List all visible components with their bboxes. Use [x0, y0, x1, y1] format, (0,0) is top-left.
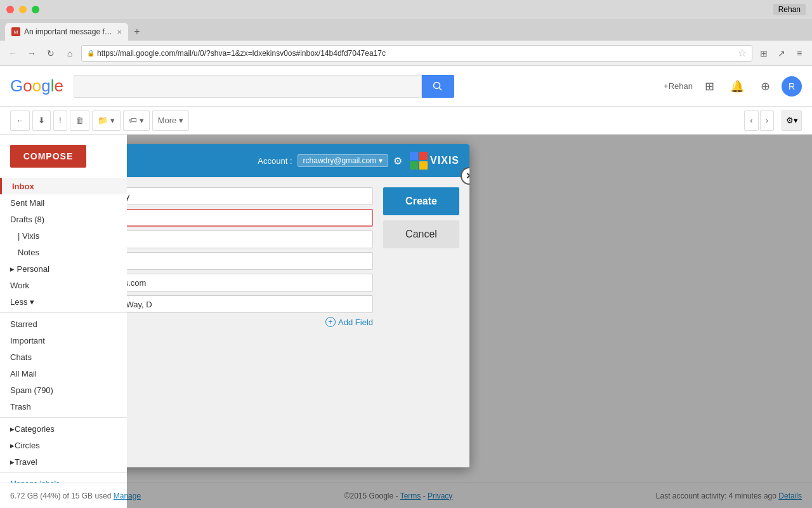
- close-traffic-light[interactable]: [6, 6, 14, 13]
- avatar[interactable]: R: [782, 76, 802, 97]
- apps-icon[interactable]: ⊞: [698, 75, 721, 98]
- toolbar-label-btn[interactable]: 🏷 ▾: [123, 110, 150, 131]
- svg-point-0: [434, 82, 440, 88]
- create-button[interactable]: Create: [383, 187, 459, 215]
- extension-icon-1[interactable]: ⊞: [756, 46, 771, 61]
- spam-label: Spam (790): [10, 385, 53, 395]
- sidebar-item-less[interactable]: Less ▾: [0, 293, 127, 310]
- vixis-logo: VIXIS: [410, 152, 459, 170]
- next-email-btn[interactable]: ›: [760, 110, 774, 131]
- search-button[interactable]: [422, 75, 454, 98]
- add-account-icon[interactable]: ⊕: [754, 75, 776, 98]
- sidebar-item-categories[interactable]: ▸ Categories: [0, 420, 127, 437]
- settings-menu-icon[interactable]: ≡: [792, 46, 807, 61]
- compose-button[interactable]: COMPOSE: [10, 145, 86, 168]
- toolbar-archive-btn[interactable]: ⬇: [32, 110, 51, 131]
- sidebar-divider-3: [0, 472, 127, 473]
- field-value-title[interactable]: [127, 209, 373, 227]
- modal-settings-icon[interactable]: ⚙: [393, 155, 402, 167]
- search-bar: [74, 75, 454, 98]
- sidebar-item-spam[interactable]: Spam (790): [0, 382, 127, 398]
- add-field-circle-icon: +: [325, 317, 336, 327]
- sidebar-item-personal[interactable]: ▸ Personal: [0, 260, 127, 277]
- new-tab-button[interactable]: +: [128, 23, 146, 41]
- account-email-select[interactable]: rchawdry@gmail.com ▾: [298, 154, 389, 167]
- add-field-row: + Add Field: [127, 317, 373, 327]
- sidebar-item-sent[interactable]: Sent Mail: [0, 194, 127, 211]
- browser-chrome: Rehan M An important message fro... ✕ + …: [0, 0, 812, 66]
- search-input[interactable]: [74, 75, 422, 98]
- sidebar-item-vixis[interactable]: | Vixis: [0, 227, 127, 244]
- field-row-address: ✕: [127, 295, 373, 313]
- toolbar-folder-btn[interactable]: 📁 ▾: [92, 110, 121, 131]
- vixis-sq-yellow: [419, 161, 428, 170]
- field-value-email[interactable]: [127, 274, 373, 291]
- tab-close-button[interactable]: ✕: [117, 29, 122, 36]
- account-label: Account :: [258, 156, 292, 166]
- work-label: Work: [10, 281, 29, 290]
- toolbar-report-btn[interactable]: !: [53, 110, 67, 131]
- travel-arrow: ▸: [10, 457, 15, 467]
- sent-label: Sent Mail: [10, 198, 44, 208]
- folder-dropdown-icon: ▾: [110, 116, 115, 125]
- prev-email-btn[interactable]: ‹: [744, 110, 758, 131]
- max-traffic-light[interactable]: [32, 6, 39, 13]
- add-field-button[interactable]: + Add Field: [325, 317, 373, 327]
- svg-line-1: [440, 88, 442, 90]
- sidebar-item-starred[interactable]: Starred: [0, 316, 127, 332]
- min-traffic-light[interactable]: [19, 6, 27, 13]
- sidebar-item-chats[interactable]: Chats: [0, 349, 127, 365]
- reload-button[interactable]: ↻: [43, 46, 58, 61]
- forward-button[interactable]: →: [24, 46, 39, 61]
- sidebar-item-allmail[interactable]: All Mail: [0, 365, 127, 382]
- toolbar-delete-btn[interactable]: 🗑: [70, 110, 89, 131]
- vixis-brand-text: VIXIS: [430, 155, 459, 166]
- field-value-address[interactable]: [127, 295, 373, 313]
- home-button[interactable]: ⌂: [62, 46, 77, 61]
- address-bar[interactable]: 🔒 https://mail.google.com/mail/u/0/?shva…: [81, 45, 752, 62]
- sidebar-item-travel[interactable]: ▸ Travel: [0, 453, 127, 470]
- field-value-org[interactable]: [127, 231, 373, 248]
- sidebar-item-trash[interactable]: Trash: [0, 398, 127, 415]
- url-text: https://mail.google.com/mail/u/0/?shva=1…: [97, 49, 386, 58]
- sidebar-item-work[interactable]: Work: [0, 277, 127, 293]
- toolbar-back-btn[interactable]: ←: [10, 110, 30, 131]
- less-label: Less ▾: [10, 297, 34, 307]
- sidebar-divider-1: [0, 312, 127, 313]
- content-area: An important message fro... ✕ Contact Pa…: [127, 135, 812, 508]
- back-button[interactable]: ←: [5, 46, 20, 61]
- more-dropdown-icon: ▾: [179, 116, 183, 125]
- settings-dropdown: ▾: [794, 116, 798, 125]
- notes-label: Notes: [18, 248, 39, 257]
- important-label: Important: [10, 336, 45, 345]
- storage-text: 6.72 GB (44%) of 15 GB used: [10, 491, 111, 500]
- sidebar-item-inbox[interactable]: Inbox: [0, 178, 127, 194]
- circles-label: Circles: [15, 441, 40, 450]
- vixis-icon-squares: [410, 152, 428, 170]
- settings-btn[interactable]: ⚙ ▾: [782, 110, 802, 131]
- cancel-button[interactable]: Cancel: [383, 220, 459, 248]
- sidebar-item-notes[interactable]: Notes: [0, 244, 127, 260]
- main-layout: COMPOSE Inbox Sent Mail Drafts (8) | Vix…: [0, 135, 812, 508]
- categories-label: Categories: [15, 424, 55, 434]
- field-value-name[interactable]: [127, 187, 373, 205]
- existing-contacts-section: Existing contacts ↻ Refresh Rehan Chawdr…: [127, 337, 469, 467]
- field-value-phone[interactable]: [127, 252, 373, 270]
- add-field-label: Add Field: [338, 318, 373, 327]
- ssl-icon: 🔒: [87, 50, 95, 57]
- allmail-label: All Mail: [10, 369, 37, 378]
- settings-icon: ⚙: [786, 116, 794, 125]
- extension-icon-2[interactable]: ↗: [774, 46, 789, 61]
- browser-tab-active[interactable]: M An important message fro... ✕: [5, 23, 128, 41]
- chats-label: Chats: [10, 352, 32, 362]
- sidebar-item-important[interactable]: Important: [0, 332, 127, 349]
- plus-label[interactable]: +Rehan: [664, 81, 693, 91]
- sidebar-item-circles[interactable]: ▸ Circles: [0, 437, 127, 453]
- toolbar-more-btn[interactable]: More ▾: [152, 110, 190, 131]
- titlebar: Rehan: [0, 0, 812, 19]
- header-icons: +Rehan ⊞ 🔔 ⊕ R: [664, 75, 802, 98]
- sidebar-item-drafts[interactable]: Drafts (8): [0, 211, 127, 227]
- notifications-icon[interactable]: 🔔: [726, 75, 749, 98]
- profile-name[interactable]: Rehan: [773, 4, 806, 15]
- bookmark-star[interactable]: ☆: [738, 47, 747, 59]
